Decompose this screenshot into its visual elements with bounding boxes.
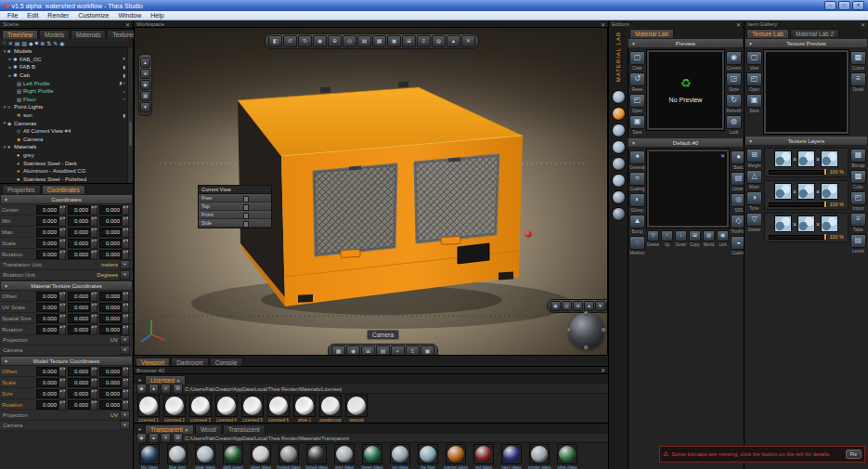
tree-item[interactable]: ● Aluminum - Anodized CG: [0, 167, 133, 176]
browser-path[interactable]: C:/Users/FabCreator/AppData/Local/Thea R…: [185, 386, 342, 392]
coordinate-x-field[interactable]: 0.000: [36, 239, 58, 248]
spinner-icon[interactable]: ▲▼: [58, 388, 66, 399]
tree-item-badge-icon[interactable]: ▮: [123, 73, 125, 78]
material-thumbnail[interactable]: lite blue: [415, 444, 441, 469]
tex-z-field[interactable]: 0.000: [99, 314, 122, 323]
layers-right-button[interactable]: ▤ Levels: [850, 234, 866, 254]
close-button[interactable]: ✕: [852, 1, 864, 10]
coordinate-y-field[interactable]: 0.000: [68, 205, 90, 215]
material-thumbnail[interactable]: rawcoat: [344, 395, 369, 423]
tree-item-badge-icon[interactable]: ⌖: [123, 89, 125, 94]
dropdown-icon[interactable]: ▼: [120, 345, 130, 355]
material-lab-tab[interactable]: Material Lab: [629, 29, 674, 38]
texture-node-thumbnail[interactable]: [774, 183, 792, 200]
texture-node-thumbnail[interactable]: [821, 215, 838, 232]
tex-x-field[interactable]: 0.000: [36, 314, 58, 323]
viewport-tool-icon[interactable]: ◧: [268, 35, 282, 47]
tree-item[interactable]: ► ✱ FAB_OC ≡: [0, 56, 133, 64]
texture-left-button[interactable]: ▣ Save: [746, 94, 762, 113]
strip-tab-icon[interactable]: material-ball-icon: [612, 90, 626, 104]
dropdown-icon[interactable]: ▼: [120, 270, 130, 280]
spinner-icon[interactable]: ▲▼: [58, 366, 66, 377]
preview-section-header[interactable]: ▼Preview: [628, 38, 744, 48]
texture-node-thumbnail[interactable]: [821, 183, 838, 200]
coordinate-z-field[interactable]: 0.000: [99, 239, 122, 248]
coordinate-y-field[interactable]: 0.000: [68, 228, 90, 237]
close-icon[interactable]: ✕: [861, 21, 865, 28]
scene-tab[interactable]: Models: [39, 30, 70, 39]
spinner-icon[interactable]: ▲▼: [58, 302, 66, 313]
coordinate-x-field[interactable]: 0.000: [36, 205, 58, 215]
tex-y-field[interactable]: 0.000: [68, 400, 90, 410]
material-thumbnail[interactable]: fumed glass: [304, 444, 330, 469]
spinner-icon[interactable]: ▲▼: [58, 215, 66, 227]
coordinate-x-field[interactable]: 0.000: [36, 216, 58, 226]
tex-x-field[interactable]: 0.000: [36, 292, 58, 301]
viewport-bottom-tool-icon[interactable]: ◐: [391, 345, 405, 356]
tree-item[interactable]: ▤ Floor ⌖: [0, 96, 133, 104]
viewport-tool-icon[interactable]: ✕: [461, 35, 475, 47]
viewport-bottom-tool-icon[interactable]: ▦: [331, 345, 345, 356]
close-icon[interactable]: ✕: [736, 21, 741, 28]
layers-left-button[interactable]: △ Mixer: [746, 170, 762, 189]
material-thumbnail[interactable]: red glass: [471, 444, 497, 469]
collapse-icon[interactable]: ▼: [4, 283, 8, 289]
material-thumbnail[interactable]: silver glass: [248, 444, 274, 469]
viewport-tool-icon[interactable]: ⊕: [328, 35, 342, 47]
tex-z-field[interactable]: 0.000: [99, 325, 122, 334]
material-thumbnail[interactable]: Licensed 3: [188, 395, 213, 423]
viewport-tool-icon[interactable]: ▤: [357, 35, 371, 47]
material-thumbnail[interactable]: grey glass: [331, 444, 357, 469]
layers-left-button[interactable]: ▽ Delete: [746, 213, 762, 232]
tex-z-field[interactable]: 0.000: [99, 400, 122, 410]
tree-item[interactable]: ● Stainless Steel - Dark: [0, 159, 133, 167]
spinner-icon[interactable]: ▲▼: [122, 249, 129, 260]
texture-right-button[interactable]: ≡ Detail: [850, 72, 866, 92]
texture-node-thumbnail[interactable]: [797, 150, 815, 167]
navigation-ball[interactable]: [569, 313, 604, 348]
properties-tab[interactable]: Coordinates: [42, 185, 85, 194]
scene-toolbar-icon[interactable]: ■: [35, 40, 39, 46]
close-icon[interactable]: ✕: [125, 21, 130, 28]
tex-y-field[interactable]: 0.000: [68, 303, 90, 312]
texture-lab-tab[interactable]: Material Lab 2: [790, 29, 839, 38]
browser-tool-icon[interactable]: ▲: [149, 433, 159, 443]
spinner-icon[interactable]: ▲▼: [122, 377, 129, 388]
dropdown-icon[interactable]: ▼: [120, 421, 130, 430]
scene-tab[interactable]: TreeView: [2, 30, 38, 39]
layer-weight-slider[interactable]: 100 %: [767, 202, 846, 207]
spinner-icon[interactable]: ▲▼: [122, 227, 129, 238]
tex-z-field[interactable]: 0.000: [99, 378, 122, 387]
view-option-row[interactable]: Top: [199, 202, 271, 211]
collapse-icon[interactable]: ▼: [4, 358, 8, 364]
tree-item[interactable]: ◆ Camera: [0, 136, 133, 144]
layers-right-button[interactable]: ▦ Bitmap: [850, 149, 866, 168]
view-option-row[interactable]: Free: [199, 194, 271, 202]
spinner-icon[interactable]: ▲▼: [90, 302, 97, 313]
scene-toolbar-icon[interactable]: ▤: [15, 40, 20, 46]
spinner-icon[interactable]: ▲▼: [90, 366, 97, 377]
tree-item[interactable]: ▤ Left Profile ▮ ⌖: [0, 79, 133, 87]
dropdown-icon[interactable]: ▼: [120, 260, 130, 269]
spinner-icon[interactable]: ▲▼: [122, 399, 129, 410]
tree-item[interactable]: ☀ sun ▮: [0, 111, 133, 120]
layer-bottom-button[interactable]: ⊞ Copy: [689, 230, 701, 247]
texture-layers-header[interactable]: ▼Texture Layers: [745, 136, 868, 146]
menu-item[interactable]: Customize: [74, 12, 112, 19]
layers-right-button[interactable]: ▩ Color: [850, 170, 866, 189]
layer-left-button[interactable]: ▲ Bump: [629, 215, 645, 234]
scene-tab[interactable]: Materials: [71, 30, 106, 39]
layer-canvas[interactable]: ✕: [647, 150, 729, 228]
tex-x-field[interactable]: 0.000: [36, 325, 58, 334]
tree-item-badge-icon[interactable]: ▮: [123, 65, 125, 70]
spinner-icon[interactable]: ▲▼: [90, 249, 97, 260]
scene-toolbar-icon[interactable]: ⊕: [40, 40, 45, 46]
texture-layer-group[interactable]: × × 100 %: [764, 180, 849, 210]
viewport-mini-tool-icon[interactable]: ◎: [562, 301, 572, 311]
view-option-row[interactable]: Side: [199, 219, 271, 228]
tex-x-field[interactable]: 0.000: [36, 303, 58, 312]
maximize-button[interactable]: □: [838, 1, 850, 10]
viewport-side-tool-icon[interactable]: ▲: [140, 58, 150, 68]
close-icon[interactable]: ✕: [601, 367, 605, 373]
spinner-icon[interactable]: ▲▼: [122, 215, 129, 227]
